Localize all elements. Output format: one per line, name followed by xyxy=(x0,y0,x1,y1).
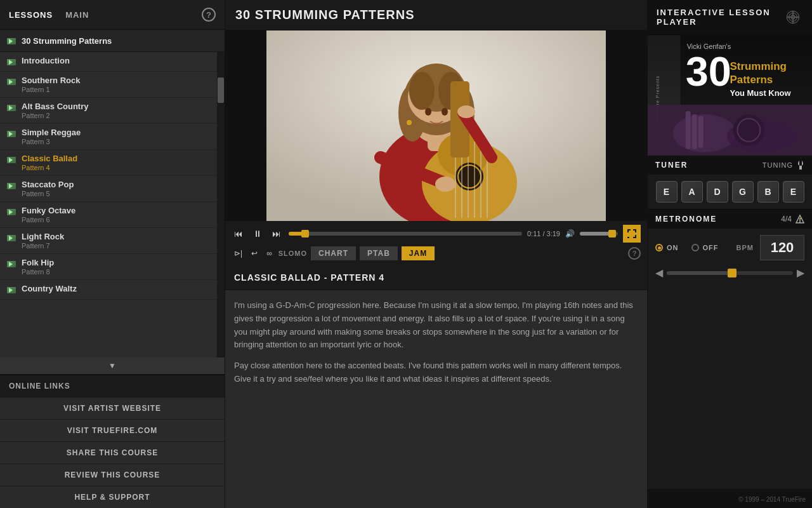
svg-text:Strumming: Strumming xyxy=(730,60,787,72)
radio-off-circle xyxy=(691,244,699,251)
svg-point-26 xyxy=(435,177,455,192)
string-E-high[interactable]: E xyxy=(783,181,804,203)
share-course-button[interactable]: SHARE THIS COURSE xyxy=(0,441,225,464)
metronome-off-label: OFF xyxy=(703,244,719,251)
scroll-track xyxy=(217,52,225,358)
lesson-subtitle-8: Pattern 8 xyxy=(22,268,218,276)
slomo-button[interactable]: SLOMO xyxy=(278,250,307,257)
video-container: ⏮ ⏸ ⏭ 0:11 / 3:19 🔊 xyxy=(225,30,647,265)
lesson-subtitle-3: Pattern 3 xyxy=(22,138,218,145)
string-D[interactable]: D xyxy=(707,181,728,203)
controls-help-icon[interactable]: ? xyxy=(628,247,641,260)
chart-tab-button[interactable]: CHART xyxy=(311,246,356,260)
lesson-title-1: Southern Rock xyxy=(22,76,218,85)
lesson-icon-1 xyxy=(6,77,16,87)
svg-point-13 xyxy=(442,108,448,116)
lesson-icon-0 xyxy=(6,57,16,67)
lesson-icon-6 xyxy=(6,207,16,217)
lesson-title-5: Staccato Pop xyxy=(22,180,218,189)
lesson-item-staccato-pop[interactable]: Staccato Pop Pattern 5 xyxy=(0,176,225,202)
interactive-lesson-player-title: INTERACTIVE LESSON PLAYER xyxy=(657,8,783,27)
lesson-item-funky-octave[interactable]: Funky Octave Pattern 6 xyxy=(0,202,225,228)
course-image: TrueFire Presents Vicki Genfan's 30 Stru… xyxy=(648,35,812,156)
tab-lessons[interactable]: LESSONS xyxy=(9,10,53,20)
lesson-item-southern-rock[interactable]: Southern Rock Pattern 1 xyxy=(0,72,225,98)
tuner-header: TUNER TUNING xyxy=(648,156,812,175)
tab-main[interactable]: MAIN xyxy=(65,10,89,20)
main-content: 30 STRUMMING PATTERNS xyxy=(225,0,647,508)
volume-handle[interactable] xyxy=(608,230,616,237)
lesson-title-4: Classic Ballad xyxy=(22,154,218,163)
svg-point-14 xyxy=(407,120,412,125)
svg-rect-45 xyxy=(686,111,691,149)
bpm-slider[interactable] xyxy=(667,271,793,275)
bpm-increase-button[interactable]: ▶ xyxy=(797,267,804,279)
string-B[interactable]: B xyxy=(757,181,779,203)
desc-paragraph-2: Pay close attention here to the accented… xyxy=(234,359,638,386)
bpm-slider-handle[interactable] xyxy=(728,269,737,277)
jam-tab-button[interactable]: JAM xyxy=(402,246,435,260)
svg-point-12 xyxy=(425,108,431,116)
fast-forward-button[interactable]: ⏭ xyxy=(270,227,284,240)
metronome-header: METRONOME 4/4 xyxy=(648,210,812,229)
tuner-title: TUNER xyxy=(655,161,688,170)
lesson-item-classic-ballad[interactable]: Classic Ballad Pattern 4 xyxy=(0,150,225,176)
desc-header: CLASSIC BALLAD - PATTERN 4 xyxy=(225,265,647,290)
course-title-text: 30 Strumming Patterns xyxy=(22,36,112,46)
time-signature: 4/4 xyxy=(781,215,804,224)
ptab-tab-button[interactable]: PTAB xyxy=(360,246,398,260)
volume-icon: 🔊 xyxy=(565,229,575,238)
volume-fill xyxy=(580,232,610,236)
string-A[interactable]: A xyxy=(681,181,703,203)
svg-point-17 xyxy=(455,163,483,190)
scroll-thumb[interactable] xyxy=(218,77,224,103)
volume-bar[interactable] xyxy=(580,232,618,236)
progress-bar[interactable] xyxy=(289,232,522,236)
lesson-subtitle-4: Pattern 4 xyxy=(22,164,218,171)
progress-handle[interactable] xyxy=(301,230,309,237)
bpm-display: 120 xyxy=(760,235,804,260)
string-G[interactable]: G xyxy=(732,181,754,203)
video-controls: ⏮ ⏸ ⏭ 0:11 / 3:19 🔊 xyxy=(225,221,647,265)
desc-paragraph-1: I'm using a G-D-Am-C progression here. B… xyxy=(234,299,638,352)
course-icon xyxy=(6,36,16,46)
description-section: CLASSIC BALLAD - PATTERN 4 I'm using a G… xyxy=(225,265,647,508)
metronome-on-option[interactable]: ON xyxy=(655,244,679,251)
rewind-button[interactable]: ⏮ xyxy=(232,227,246,240)
video-still-svg xyxy=(266,30,606,221)
skip-forward-button[interactable]: ⊳| xyxy=(232,248,245,259)
desc-body: I'm using a G-D-Am-C progression here. B… xyxy=(225,290,647,395)
play-pause-button[interactable]: ⏸ xyxy=(251,227,265,240)
right-panel-header: INTERACTIVE LESSON PLAYER xyxy=(648,0,812,35)
sidebar-help-icon[interactable]: ? xyxy=(202,8,216,22)
lesson-item-folk-hip[interactable]: Folk Hip Pattern 8 xyxy=(0,254,225,280)
bpm-decrease-button[interactable]: ◀ xyxy=(655,267,663,279)
svg-text:You Must Know: You Must Know xyxy=(730,88,792,98)
lesson-item-light-rock[interactable]: Light Rock Pattern 7 xyxy=(0,228,225,254)
tuning-fork-icon xyxy=(797,161,804,170)
lesson-subtitle-2: Pattern 2 xyxy=(22,112,218,119)
visit-artist-button[interactable]: VISIT ARTIST WEBSITE xyxy=(0,397,225,419)
lesson-item-country-waltz[interactable]: Country Waltz xyxy=(0,280,225,300)
loop-all-button[interactable]: ∞ xyxy=(264,248,275,259)
visit-truefire-button[interactable]: VISIT TRUEFIRE.COM xyxy=(0,419,225,441)
lesson-item-simple-reggae[interactable]: Simple Reggae Pattern 3 xyxy=(0,124,225,150)
tuning-label: TUNING xyxy=(763,161,804,170)
lesson-item-alt-bass[interactable]: Alt Bass Country Pattern 2 xyxy=(0,98,225,124)
scroll-down-button[interactable]: ▼ xyxy=(0,358,225,374)
lesson-icon-8 xyxy=(6,259,16,269)
string-E-low[interactable]: E xyxy=(656,181,678,203)
bpm-slider-fill xyxy=(667,271,730,275)
online-links-header: ONLINE LINKS xyxy=(0,375,225,397)
fullscreen-button[interactable] xyxy=(623,225,641,243)
metronome-off-option[interactable]: OFF xyxy=(691,244,719,251)
lesson-icon-7 xyxy=(6,233,16,243)
lesson-item-introduction[interactable]: Introduction xyxy=(0,52,225,72)
course-image-svg: TrueFire Presents Vicki Genfan's 30 Stru… xyxy=(648,35,812,156)
video-placeholder[interactable] xyxy=(225,30,647,221)
help-support-button[interactable]: HELP & SUPPORT xyxy=(0,486,225,508)
lesson-icon-4 xyxy=(6,155,16,165)
review-course-button[interactable]: REVIEW THIS COURSE xyxy=(0,464,225,486)
online-links-section: ONLINE LINKS VISIT ARTIST WEBSITE VISIT … xyxy=(0,374,225,508)
loop-section-button[interactable]: ↩ xyxy=(249,248,260,259)
